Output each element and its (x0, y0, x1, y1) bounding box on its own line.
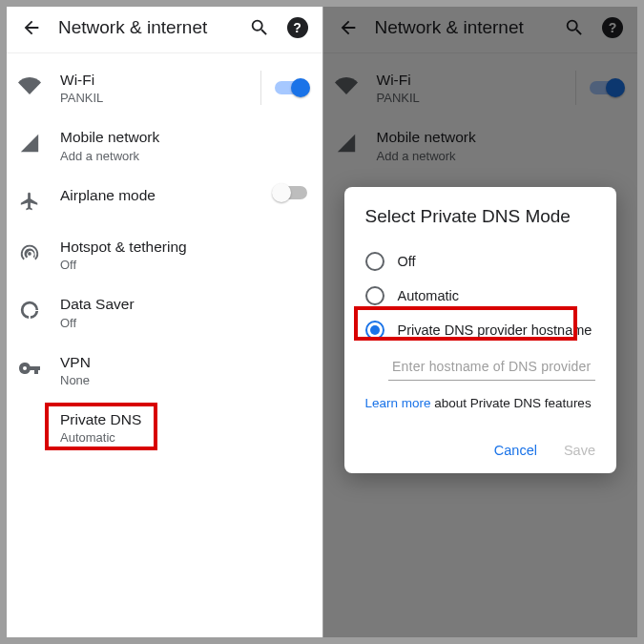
radio-hostname[interactable]: Private DNS provider hostname (365, 313, 596, 347)
header: Network & internet ? (7, 7, 322, 53)
help-icon[interactable]: ? (286, 16, 309, 39)
signal-icon (333, 130, 360, 156)
vpn-key-icon (16, 355, 43, 382)
signal-icon (16, 130, 43, 156)
row-sub: Off (60, 258, 307, 272)
save-button[interactable]: Save (564, 443, 595, 458)
row-sub: PANKIL (60, 91, 243, 105)
wifi-toggle[interactable] (590, 81, 622, 94)
wifi-icon (333, 73, 360, 99)
search-icon[interactable] (563, 16, 586, 39)
airplane-icon (16, 188, 43, 215)
private-dns-dialog: Select Private DNS Mode Off Automatic Pr… (344, 187, 617, 473)
row-private-dns[interactable]: Private DNS Automatic (7, 399, 322, 456)
wifi-icon (16, 73, 43, 99)
row-sub: Off (60, 316, 307, 330)
row-label: Private DNS (60, 410, 307, 428)
hotspot-icon (16, 239, 43, 266)
radio-icon (365, 286, 384, 305)
row-airplane[interactable]: Airplane mode (7, 175, 322, 226)
dialog-title: Select Private DNS Mode (365, 206, 596, 227)
learn-more-link[interactable]: Learn more (365, 396, 431, 410)
row-wifi[interactable]: Wi-Fi PANKIL (7, 59, 322, 116)
blank-icon (16, 412, 43, 439)
back-icon[interactable] (20, 16, 43, 39)
radio-label: Off (398, 254, 416, 269)
radio-icon (365, 321, 384, 340)
page-title: Network & internet (375, 17, 549, 38)
row-label: Mobile network (60, 128, 307, 146)
row-sub: PANKIL (377, 91, 559, 105)
hostname-input[interactable]: Enter hostname of DNS provider (388, 353, 596, 381)
row-wifi[interactable]: Wi-Fi PANKIL (323, 59, 638, 116)
settings-list: Wi-Fi PANKIL Mobile network Add a networ… (7, 53, 322, 456)
row-label: Wi-Fi (60, 71, 243, 89)
row-sub: Add a network (60, 149, 307, 163)
row-sub: None (60, 373, 307, 387)
row-mobile[interactable]: Mobile network Add a network (7, 116, 322, 174)
header: Network & internet ? (323, 7, 638, 53)
wifi-toggle[interactable] (275, 81, 307, 94)
settings-panel-right: Network & internet ? Wi-Fi PANKIL (322, 7, 638, 637)
row-vpn[interactable]: VPN None (7, 342, 322, 399)
settings-panel-left: Network & internet ? Wi-Fi PANKIL (7, 7, 322, 637)
datasaver-icon (16, 297, 43, 323)
divider (260, 71, 261, 105)
row-sub: Add a network (377, 149, 623, 163)
dialog-actions: Cancel Save (365, 443, 596, 458)
radio-automatic[interactable]: Automatic (365, 279, 596, 313)
row-hotspot[interactable]: Hotspot & tethering Off (7, 226, 322, 283)
settings-list: Wi-Fi PANKIL Mobile network Add a networ… (323, 53, 638, 175)
back-icon[interactable] (337, 16, 360, 39)
airplane-toggle[interactable] (275, 186, 307, 199)
row-label: Mobile network (377, 128, 623, 146)
divider (575, 71, 576, 105)
learn-more-text: Learn more about Private DNS features (365, 396, 596, 410)
radio-label: Automatic (398, 288, 459, 303)
row-mobile[interactable]: Mobile network Add a network (323, 116, 638, 174)
page-title: Network & internet (58, 17, 233, 38)
row-label: Airplane mode (60, 186, 258, 204)
help-icon[interactable]: ? (601, 16, 624, 39)
row-datasaver[interactable]: Data Saver Off (7, 283, 322, 341)
row-label: VPN (60, 353, 307, 371)
row-label: Data Saver (60, 295, 307, 313)
row-sub: Automatic (60, 430, 307, 445)
radio-label: Private DNS provider hostname (398, 322, 592, 338)
cancel-button[interactable]: Cancel (494, 443, 537, 458)
radio-off[interactable]: Off (365, 244, 596, 279)
row-label: Hotspot & tethering (60, 238, 307, 256)
radio-icon (365, 252, 384, 271)
search-icon[interactable] (248, 16, 271, 39)
learn-more-rest: about Private DNS features (431, 396, 592, 410)
row-label: Wi-Fi (377, 71, 559, 89)
